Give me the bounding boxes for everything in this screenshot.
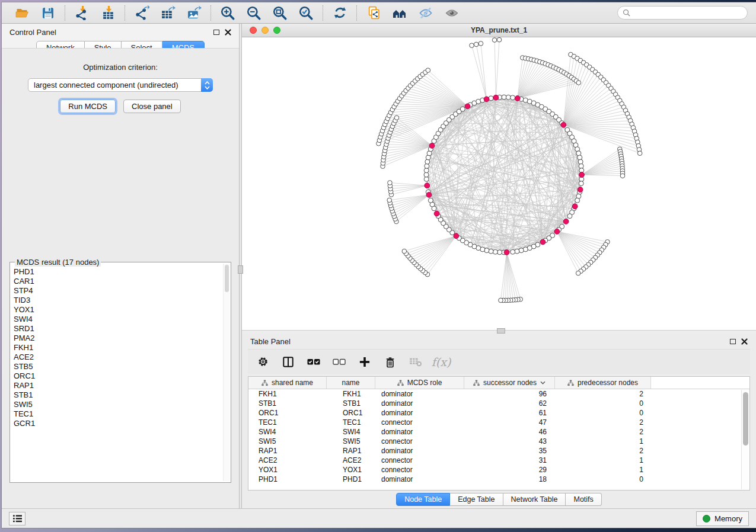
hide-selected-button[interactable] <box>417 5 435 21</box>
first-neighbors-button[interactable] <box>391 5 409 21</box>
column-header-shared-name[interactable]: shared name <box>248 377 327 389</box>
zoom-in-button[interactable] <box>219 5 237 21</box>
list-item[interactable]: CAR1 <box>14 277 222 286</box>
list-item[interactable]: STB5 <box>14 362 222 371</box>
window-zoom-icon[interactable] <box>273 27 280 34</box>
splitter-grip[interactable] <box>238 265 243 274</box>
zoom-out-button[interactable] <box>245 5 263 21</box>
zoom-selected-button[interactable] <box>297 5 315 21</box>
column-header-predecessor-nodes[interactable]: predecessor nodes <box>555 377 651 389</box>
export-table-button[interactable] <box>159 5 177 21</box>
list-item[interactable]: YOX1 <box>14 305 222 315</box>
vertical-splitter[interactable] <box>239 24 242 508</box>
delete-table-button[interactable] <box>409 355 422 369</box>
list-item[interactable]: STB1 <box>14 390 222 400</box>
table-row[interactable]: ACE2ACE2connector311 <box>248 456 749 465</box>
plus-icon <box>359 357 370 367</box>
table-cell: 96 <box>464 390 555 398</box>
table-cell: FKH1 <box>248 390 327 398</box>
run-mcds-button[interactable]: Run MCDS <box>60 100 116 113</box>
list-item[interactable]: RAP1 <box>14 381 222 390</box>
list-item[interactable]: FKH1 <box>14 343 222 352</box>
splitter-grip[interactable] <box>497 328 505 334</box>
import-table-button[interactable] <box>99 5 117 21</box>
optimization-criterion-label: Optimization criterion: <box>83 63 158 72</box>
task-history-button[interactable] <box>9 512 25 525</box>
deselect-all-icon <box>333 358 346 366</box>
list-item[interactable]: SRD1 <box>14 324 222 334</box>
list-item[interactable]: SWI4 <box>14 315 222 324</box>
list-item[interactable]: TEC1 <box>14 409 222 419</box>
control-panel-float-icon[interactable] <box>213 30 219 35</box>
tab-motifs[interactable]: Motifs <box>566 493 601 506</box>
tab-edge-table[interactable]: Edge Table <box>450 493 503 506</box>
table-settings-button[interactable] <box>256 355 269 369</box>
list-item[interactable]: ORC1 <box>14 371 222 381</box>
network-graph[interactable] <box>242 37 755 329</box>
table-row[interactable]: STB1STB1dominator620 <box>248 399 749 408</box>
duplicate-network-button[interactable] <box>365 5 382 21</box>
deselect-all-button[interactable] <box>333 355 346 369</box>
table-row[interactable]: PHD1PHD1dominator180 <box>248 475 749 484</box>
mcds-result-list[interactable]: PHD1CAR1STP4TID3YOX1SWI4SRD1PMA2FKH1ACE2… <box>14 267 222 481</box>
apply-function-button[interactable]: f(x) <box>435 355 448 369</box>
network-window-titlebar[interactable]: YPA_prune.txt_1 <box>242 24 756 37</box>
mcds-result-scrollbar[interactable] <box>223 264 229 481</box>
table-row[interactable]: TEC1TEC1connector472 <box>248 418 749 427</box>
table-cell: 2 <box>555 447 651 455</box>
select-stepper-icon <box>201 78 213 92</box>
control-panel: Control Panel NetworkStyleSelectMCDS Opt… <box>2 24 239 508</box>
list-item[interactable]: PHD1 <box>14 267 222 277</box>
list-item[interactable]: TID3 <box>14 296 222 305</box>
window-minimize-icon[interactable] <box>261 27 269 34</box>
list-item[interactable]: SWI5 <box>14 400 222 409</box>
column-header-name[interactable]: name <box>327 377 375 389</box>
list-item[interactable]: PMA2 <box>14 334 222 343</box>
open-button[interactable] <box>13 5 31 21</box>
network-canvas[interactable] <box>242 37 756 330</box>
delete-column-button[interactable] <box>384 355 397 369</box>
table-cell: 1 <box>555 456 651 464</box>
table-row[interactable]: ORC1ORC1dominator610 <box>248 408 749 418</box>
table-row[interactable]: YOX1YOX1connector291 <box>248 465 749 475</box>
tab-node-table[interactable]: Node Table <box>396 493 450 506</box>
tab-network-table[interactable]: Network Table <box>503 493 566 506</box>
search-box[interactable] <box>617 6 748 20</box>
show-all-button[interactable] <box>443 5 461 21</box>
horizontal-splitter[interactable] <box>242 330 756 334</box>
zoom-fit-button[interactable] <box>271 5 289 21</box>
table-row[interactable]: SWI4SWI4dominator462 <box>248 427 749 437</box>
table-row[interactable]: RAP1RAP1dominator352 <box>248 446 749 456</box>
table-panel-close-icon[interactable] <box>741 338 748 345</box>
save-button[interactable] <box>39 5 57 21</box>
import-network-button[interactable] <box>73 5 91 21</box>
table-cell: dominator <box>375 399 464 408</box>
close-panel-button[interactable]: Close panel <box>123 100 181 113</box>
list-item[interactable]: GCR1 <box>14 419 222 428</box>
criterion-selected-value: largest connected component (undirected) <box>28 81 201 89</box>
add-column-button[interactable] <box>358 355 371 369</box>
table-row[interactable]: SWI5SWI5connector431 <box>248 437 749 446</box>
list-item[interactable]: STP4 <box>14 286 222 296</box>
criterion-select[interactable]: largest connected component (undirected) <box>28 78 213 92</box>
export-network-button[interactable] <box>133 5 151 21</box>
table-cell: SWI4 <box>327 428 375 436</box>
column-header-successor-nodes[interactable]: successor nodes <box>464 377 555 389</box>
memory-button[interactable]: Memory <box>696 511 749 526</box>
export-image-button[interactable] <box>185 5 203 21</box>
select-all-button[interactable] <box>307 355 320 369</box>
table-row[interactable]: FKH1FKH1dominator962 <box>248 389 749 399</box>
export-table-icon <box>161 5 176 20</box>
table-cell: YOX1 <box>248 466 327 474</box>
column-header-MCDS-role[interactable]: MCDS role <box>375 377 464 389</box>
show-columns-button[interactable] <box>282 355 295 369</box>
table-scrollbar[interactable] <box>741 390 749 489</box>
table-cell: 18 <box>464 475 555 483</box>
control-panel-close-icon[interactable] <box>225 29 231 36</box>
table-cell: FKH1 <box>327 390 375 398</box>
window-close-icon[interactable] <box>250 27 257 34</box>
list-item[interactable]: ACE2 <box>14 352 222 362</box>
search-input[interactable] <box>633 9 742 17</box>
table-panel-float-icon[interactable] <box>730 339 736 344</box>
refresh-button[interactable] <box>331 5 349 21</box>
